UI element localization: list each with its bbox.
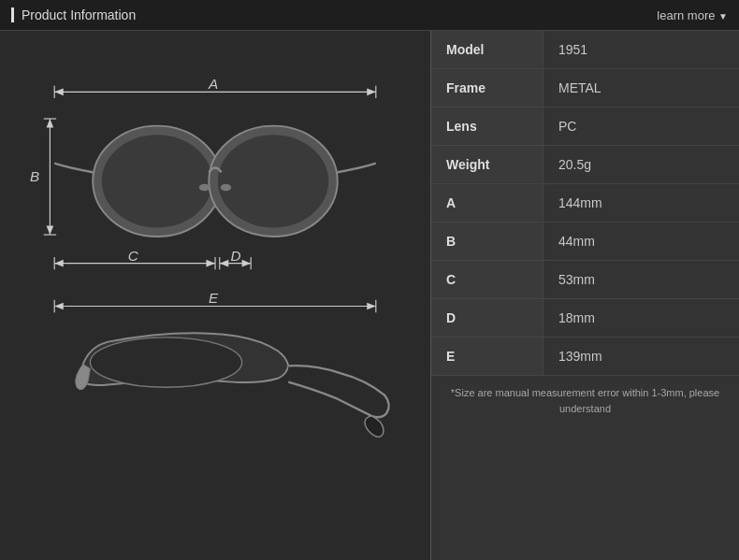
svg-text:B: B: [30, 168, 39, 184]
spec-value: PC: [543, 108, 739, 145]
spec-row: FrameMETAL: [431, 69, 739, 108]
diagram-panel: A B: [0, 31, 430, 560]
spec-value: 18mm: [543, 299, 739, 337]
spec-row: Model1951: [431, 31, 739, 69]
title-text: Product Information: [22, 7, 136, 22]
svg-marker-22: [206, 260, 215, 267]
spec-panel: Model1951FrameMETALLensPCWeight20.5gA144…: [430, 31, 739, 560]
spec-value: 139mm: [543, 337, 739, 375]
svg-point-15: [218, 135, 328, 227]
spec-value: 44mm: [543, 223, 739, 260]
svg-text:A: A: [208, 76, 218, 92]
svg-text:D: D: [230, 248, 240, 264]
svg-marker-27: [220, 260, 229, 267]
svg-marker-9: [47, 119, 54, 128]
product-diagram: A B: [19, 40, 412, 551]
spec-label: B: [431, 223, 543, 260]
svg-text:C: C: [128, 248, 139, 264]
spec-label: A: [431, 184, 543, 222]
spec-label: Frame: [431, 69, 543, 107]
svg-marker-21: [54, 260, 64, 267]
svg-marker-32: [367, 303, 376, 310]
svg-point-16: [199, 184, 210, 192]
spec-label: E: [431, 337, 543, 375]
svg-marker-28: [242, 260, 252, 267]
svg-text:E: E: [209, 290, 219, 306]
learn-more-button[interactable]: learn more: [657, 8, 728, 22]
header: Product Information learn more: [0, 0, 739, 31]
spec-value: 144mm: [543, 184, 739, 222]
spec-row: D18mm: [431, 299, 739, 337]
svg-point-13: [102, 135, 212, 227]
spec-row: C53mm: [431, 261, 739, 299]
spec-label: Lens: [431, 108, 543, 145]
spec-value: 53mm: [543, 261, 739, 298]
svg-marker-31: [54, 303, 64, 310]
spec-row: B44mm: [431, 223, 739, 261]
spec-label: Model: [431, 31, 543, 68]
page-title: Product Information: [11, 7, 136, 22]
spec-value: METAL: [543, 69, 739, 107]
svg-marker-10: [47, 226, 54, 236]
spec-row: A144mm: [431, 184, 739, 223]
svg-marker-2: [367, 89, 376, 96]
spec-note: *Size are manual measurement error withi…: [431, 376, 739, 425]
spec-label: C: [431, 261, 543, 298]
spec-value: 20.5g: [543, 146, 739, 183]
spec-row: LensPC: [431, 108, 739, 146]
spec-row: Weight20.5g: [431, 146, 739, 184]
spec-label: D: [431, 299, 543, 337]
main-content: A B: [0, 31, 739, 560]
spec-table: Model1951FrameMETALLensPCWeight20.5gA144…: [431, 31, 739, 376]
spec-label: Weight: [431, 146, 543, 183]
svg-marker-1: [54, 89, 64, 96]
spec-row: E139mm: [431, 337, 739, 376]
spec-value: 1951: [543, 31, 739, 68]
svg-point-17: [221, 184, 231, 192]
svg-point-36: [90, 337, 241, 387]
